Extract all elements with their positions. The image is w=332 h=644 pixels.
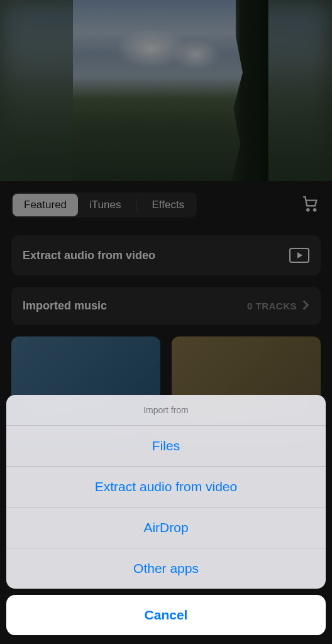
option-extract-audio[interactable]: Extract audio from video — [6, 467, 326, 508]
cancel-button[interactable]: Cancel — [6, 595, 326, 635]
option-airdrop[interactable]: AirDrop — [6, 508, 326, 548]
sheet-title: Import from — [6, 395, 326, 426]
option-other-apps[interactable]: Other apps — [6, 548, 326, 589]
import-action-sheet: Import from Files Extract audio from vid… — [0, 395, 332, 644]
option-files[interactable]: Files — [6, 426, 326, 467]
